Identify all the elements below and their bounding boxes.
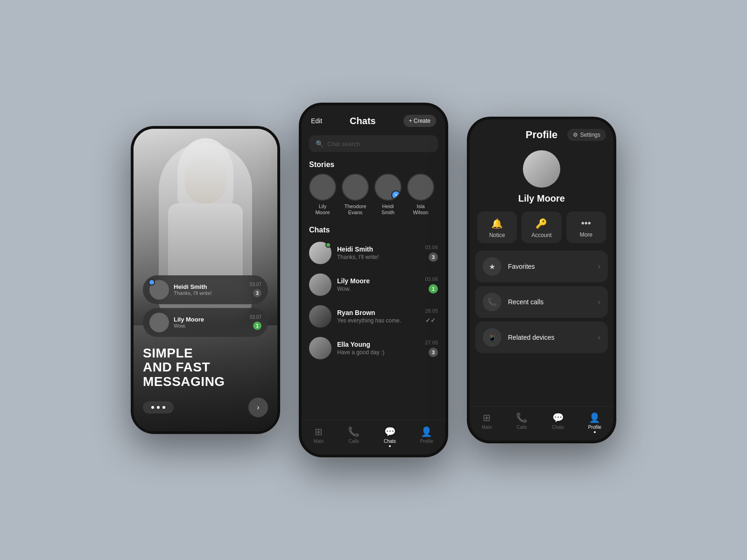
chat-unread-lily: 1 (253, 322, 261, 330)
chat-badge-ryan: ✓✓ (423, 316, 438, 325)
chat-time-lily-2: 03.06 (425, 276, 438, 282)
chat-info-lily: Lily Moore Wow. (174, 316, 245, 329)
phone-2: Edit Chats + Create 🔍 Chat search Storie… (299, 103, 448, 457)
profile-avatar-section: Lily Moore (470, 146, 613, 211)
nav-profile[interactable]: 👤 Profile (420, 426, 433, 447)
profile-header: Profile ⚙ Settings (470, 119, 613, 146)
phone3-nav-calls[interactable]: 📞 Calls (516, 412, 528, 433)
phone3-chats-label: Chats (552, 425, 564, 430)
story-isla[interactable]: IslaWilson (407, 174, 434, 216)
settings-button[interactable]: ⚙ Settings (567, 129, 606, 141)
chat-preview-ryan: Yes everything has come. (337, 317, 417, 324)
phone3-main-label: Main (482, 425, 492, 430)
action-more[interactable]: ••• More (566, 211, 606, 243)
dots-button[interactable] (143, 401, 174, 413)
online-indicator-heidi (325, 242, 331, 248)
story-heidi[interactable]: HeidiSmith (374, 174, 402, 216)
chat-meta-ryan: 28.05 ✓✓ (423, 308, 438, 325)
chevron-icon-favorites: › (598, 262, 600, 271)
nav-main[interactable]: ⊞ Main (314, 426, 324, 447)
story-name-isla: IslaWilson (413, 203, 428, 216)
menu-favorites[interactable]: ★ Favorites › (475, 251, 608, 282)
chat-preview-ella: Have a good day :) (337, 349, 419, 356)
profile-avatar (523, 150, 560, 188)
next-button[interactable]: › (248, 398, 268, 417)
story-name-lily: LilyMoore (315, 203, 330, 216)
chat-row-heidi[interactable]: Heidi Smith Thanks, I'll write! 03.06 3 (306, 237, 441, 269)
chat-info-heidi: Heidi Smith Thanks, I'll write! (174, 283, 245, 296)
chat-name-heidi-2: Heidi Smith (337, 245, 419, 253)
menu-recent-calls[interactable]: 📞 Recent calls › (475, 286, 608, 318)
chat-time-lily: 03.07 (250, 315, 261, 320)
story-lily[interactable]: LilyMoore (309, 174, 336, 216)
phone3-nav-profile[interactable]: 👤 Profile (588, 412, 601, 433)
chat-meta-ella: 27.05 3 (425, 340, 438, 357)
phone3-nav-main[interactable]: ⊞ Main (482, 412, 492, 433)
profile-title: Profile (526, 129, 557, 141)
avatar-lily-wrap (149, 313, 169, 332)
menu-related-devices[interactable]: 📱 Related devices › (475, 322, 608, 353)
nav-calls[interactable]: 📞 Calls (348, 426, 359, 447)
chat-meta-heidi: 03.07 3 (250, 282, 261, 297)
dot-1 (151, 406, 154, 409)
story-name-heidi: HeidiSmith (381, 203, 395, 216)
chat-name-heidi: Heidi Smith (174, 283, 245, 290)
profile-name: Lily Moore (518, 193, 565, 204)
phone-3: Profile ⚙ Settings Lily Moore 🔔 Notice 🔑… (467, 117, 616, 443)
create-button[interactable]: + Create (403, 115, 436, 127)
profile-menu: ★ Favorites › 📞 Recent calls › 📱 Related… (470, 251, 613, 353)
search-placeholder: Chat search (327, 140, 360, 147)
mini-chat-lily[interactable]: Lily Moore Wow. 03.07 1 (143, 308, 268, 337)
chevron-icon-devices: › (598, 333, 600, 342)
avatar-heidi-wrap (149, 280, 169, 300)
nav-profile-label: Profile (420, 439, 433, 444)
chat-badge-ella: 3 (429, 348, 438, 357)
phone3-active-dot (594, 431, 596, 433)
chat-row-ryan[interactable]: Ryan Brown Yes everything has come. 28.0… (306, 301, 441, 332)
mini-chat-heidi[interactable]: Heidi Smith Thanks, I'll write! 03.07 3 (143, 275, 268, 304)
chats-title: Chats (350, 116, 376, 126)
chat-cards-list: Heidi Smith Thanks, I'll write! 03.07 3 … (143, 275, 268, 337)
chats-top-bar: Edit Chats + Create (302, 105, 445, 132)
action-notice[interactable]: 🔔 Notice (477, 211, 517, 243)
notice-label: Notice (489, 232, 505, 238)
chats-label: Chats (302, 221, 445, 237)
chat-row-lily[interactable]: Lily Moore Wow. 03.06 1 (306, 269, 441, 301)
chat-info-lily-2: Lily Moore Wow. (337, 277, 419, 292)
phone3-calls-icon: 📞 (516, 412, 528, 423)
nav-calls-icon: 📞 (348, 426, 359, 437)
chat-name-ryan: Ryan Brown (337, 309, 417, 316)
phone-1: Heidi Smith Thanks, I'll write! 03.07 3 … (131, 126, 280, 434)
nav-chats[interactable]: 💬 Chats (384, 426, 396, 447)
phone3-profile-label: Profile (588, 425, 601, 430)
nav-chats-label: Chats (384, 439, 396, 444)
chevron-icon-calls: › (598, 298, 600, 306)
chat-avatar-ella (309, 337, 331, 359)
tagline-text: SIMPLE AND FAST MESSAGING (143, 346, 268, 389)
gear-icon: ⚙ (573, 132, 578, 138)
phone3-nav-chats[interactable]: 💬 Chats (552, 412, 564, 433)
story-theo[interactable]: TheodoreEvans (342, 174, 369, 216)
active-dot (389, 445, 391, 447)
online-badge-heidi (148, 279, 155, 286)
story-avatar-heidi (374, 174, 402, 201)
nav-profile-icon: 👤 (421, 426, 432, 437)
chat-info-ryan: Ryan Brown Yes everything has come. (337, 309, 417, 324)
chats-list: Heidi Smith Thanks, I'll write! 03.06 3 … (302, 237, 445, 420)
chat-row-ella[interactable]: Ella Young Have a good day :) 27.05 3 (306, 332, 441, 364)
chat-avatar-lily (309, 273, 331, 296)
chat-name-ella: Ella Young (337, 341, 419, 348)
chat-badge-lily: 1 (429, 284, 438, 294)
stories-label: Stories (302, 156, 445, 172)
chat-time-heidi: 03.07 (250, 282, 261, 287)
chat-name-lily-2: Lily Moore (337, 277, 419, 285)
action-account[interactable]: 🔑 Account (521, 211, 561, 243)
profile-actions: 🔔 Notice 🔑 Account ••• More (470, 211, 613, 251)
edit-button[interactable]: Edit (311, 117, 322, 125)
phone3-calls-label: Calls (517, 425, 527, 430)
dot-2 (157, 406, 160, 409)
related-devices-icon: 📱 (483, 328, 501, 347)
phone3-profile-icon: 👤 (589, 412, 600, 423)
stories-row: LilyMoore TheodoreEvans HeidiSmith IslaW… (302, 172, 445, 221)
search-bar[interactable]: 🔍 Chat search (309, 135, 438, 152)
